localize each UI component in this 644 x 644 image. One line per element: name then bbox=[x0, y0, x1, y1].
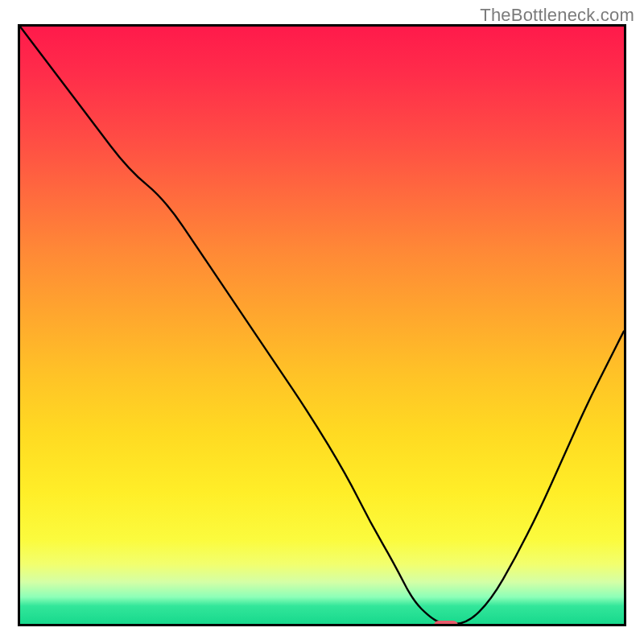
optimal-marker bbox=[434, 621, 458, 626]
plot-frame bbox=[18, 24, 626, 626]
gradient-background bbox=[20, 27, 624, 624]
watermark-text: TheBottleneck.com bbox=[480, 5, 634, 26]
chart-container: TheBottleneck.com bbox=[0, 0, 644, 644]
